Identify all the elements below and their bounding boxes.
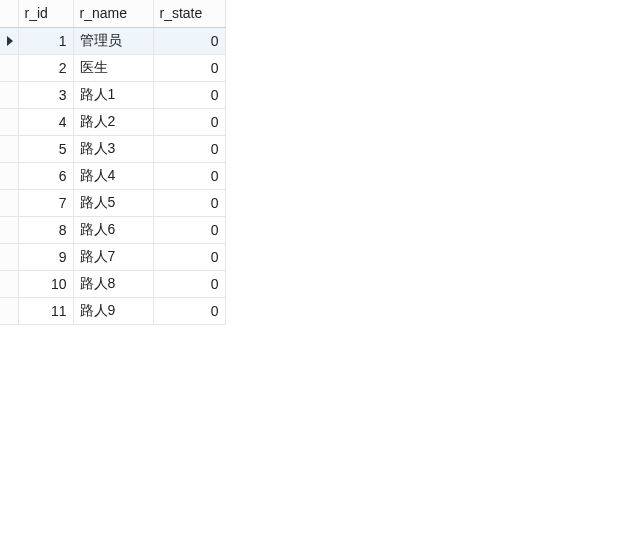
table-row[interactable]: 9路人70: [0, 243, 225, 270]
row-indicator: [0, 243, 18, 270]
cell-id[interactable]: 1: [18, 27, 73, 54]
table-row[interactable]: 7路人50: [0, 189, 225, 216]
cell-id[interactable]: 4: [18, 108, 73, 135]
cell-state[interactable]: 0: [153, 108, 225, 135]
current-row-arrow-icon: [7, 36, 13, 46]
cell-state[interactable]: 0: [153, 54, 225, 81]
cell-name[interactable]: 路人6: [73, 216, 153, 243]
cell-id[interactable]: 7: [18, 189, 73, 216]
table-row[interactable]: 4路人20: [0, 108, 225, 135]
cell-state[interactable]: 0: [153, 135, 225, 162]
cell-name[interactable]: 路人5: [73, 189, 153, 216]
table-row[interactable]: 10路人80: [0, 270, 225, 297]
table-row[interactable]: 5路人30: [0, 135, 225, 162]
cell-state[interactable]: 0: [153, 189, 225, 216]
row-indicator: [0, 54, 18, 81]
column-header-name[interactable]: r_name: [73, 0, 153, 27]
cell-state[interactable]: 0: [153, 297, 225, 324]
cell-id[interactable]: 11: [18, 297, 73, 324]
cell-state[interactable]: 0: [153, 270, 225, 297]
cell-id[interactable]: 5: [18, 135, 73, 162]
cell-name[interactable]: 路人1: [73, 81, 153, 108]
row-indicator: [0, 162, 18, 189]
row-indicator: [0, 81, 18, 108]
row-indicator: [0, 189, 18, 216]
row-indicator: [0, 27, 18, 54]
cell-state[interactable]: 0: [153, 243, 225, 270]
row-indicator: [0, 297, 18, 324]
table-row[interactable]: 11路人90: [0, 297, 225, 324]
cell-id[interactable]: 10: [18, 270, 73, 297]
cell-name[interactable]: 路人4: [73, 162, 153, 189]
cell-id[interactable]: 6: [18, 162, 73, 189]
row-indicator: [0, 270, 18, 297]
cell-state[interactable]: 0: [153, 27, 225, 54]
table-row[interactable]: 2医生0: [0, 54, 225, 81]
cell-id[interactable]: 3: [18, 81, 73, 108]
row-header-gutter: [0, 0, 18, 27]
table-row[interactable]: 8路人60: [0, 216, 225, 243]
row-indicator: [0, 108, 18, 135]
cell-id[interactable]: 2: [18, 54, 73, 81]
cell-name[interactable]: 路人9: [73, 297, 153, 324]
cell-state[interactable]: 0: [153, 81, 225, 108]
cell-name[interactable]: 管理员: [73, 27, 153, 54]
column-header-state[interactable]: r_state: [153, 0, 225, 27]
row-indicator: [0, 135, 18, 162]
table-row[interactable]: 6路人40: [0, 162, 225, 189]
column-header-id[interactable]: r_id: [18, 0, 73, 27]
cell-name[interactable]: 路人8: [73, 270, 153, 297]
row-indicator: [0, 216, 18, 243]
table-row[interactable]: 1管理员0: [0, 27, 225, 54]
cell-name[interactable]: 路人2: [73, 108, 153, 135]
data-grid[interactable]: r_id r_name r_state 1管理员02医生03路人104路人205…: [0, 0, 226, 325]
cell-name[interactable]: 路人3: [73, 135, 153, 162]
table-row[interactable]: 3路人10: [0, 81, 225, 108]
cell-name[interactable]: 医生: [73, 54, 153, 81]
cell-name[interactable]: 路人7: [73, 243, 153, 270]
cell-state[interactable]: 0: [153, 216, 225, 243]
cell-state[interactable]: 0: [153, 162, 225, 189]
cell-id[interactable]: 9: [18, 243, 73, 270]
cell-id[interactable]: 8: [18, 216, 73, 243]
header-row: r_id r_name r_state: [0, 0, 225, 27]
